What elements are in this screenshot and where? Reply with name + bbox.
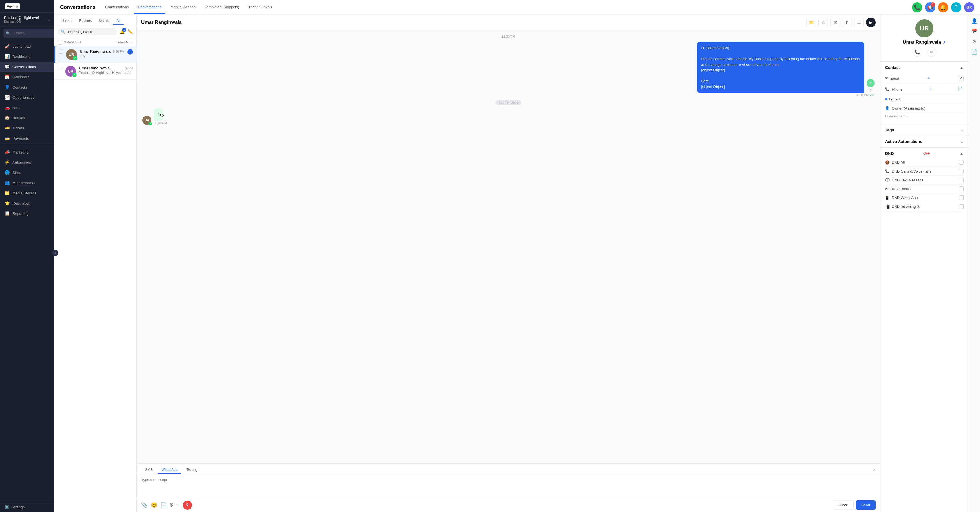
star-button[interactable]: ☆ xyxy=(818,18,828,27)
phone-icon: 📞 xyxy=(885,87,889,91)
dnd-email-checkbox[interactable] xyxy=(959,187,964,191)
add-email-button[interactable]: + xyxy=(927,75,931,81)
input-tab-whatsapp[interactable]: WhatsApp xyxy=(158,466,181,474)
dnd-all-checkbox[interactable] xyxy=(959,160,964,164)
sidebar-item-label: Launchpad xyxy=(13,44,30,48)
tab-trigger-links[interactable]: Trigger Links ▾ xyxy=(245,1,277,14)
sidebar-item-cars[interactable]: 🚗 cars xyxy=(0,102,54,113)
conv-checkbox[interactable] xyxy=(58,66,62,70)
user-avatar-button[interactable]: UR xyxy=(964,2,974,13)
document-icon[interactable]: 📄 xyxy=(971,49,977,55)
filter-tab-starred[interactable]: Starred xyxy=(95,17,113,25)
archive-button[interactable]: 📁 xyxy=(807,18,816,27)
sidebar-item-sites[interactable]: 🌐 Sites xyxy=(0,167,54,178)
chat-header-actions: 📁 ☆ ✉ 🗑 ☰ ▶ xyxy=(807,18,876,27)
avatar: UR ✓ xyxy=(66,49,77,60)
dnd-toggle-icon[interactable]: ▲ xyxy=(959,151,964,156)
filter-tab-unread[interactable]: Unread xyxy=(58,17,76,25)
dnd-all-label: 🔕 DND All xyxy=(885,160,905,164)
tab-manual-actions[interactable]: Manual Actions xyxy=(167,1,199,14)
contact-avatar-large: UR xyxy=(915,19,934,37)
tab-conversations[interactable]: Conversations xyxy=(101,1,133,14)
sidebar-item-launchpad[interactable]: 🚀 Launchpad xyxy=(0,41,54,51)
sidebar-search-input[interactable] xyxy=(12,30,54,37)
sidebar-item-reporting[interactable]: 📋 Reporting xyxy=(0,208,54,219)
conv-notification-button[interactable]: 🔔 1 xyxy=(119,29,125,34)
automations-section-header[interactable]: Active Automations ⌄ xyxy=(880,136,968,147)
contact-panel-icon[interactable]: 👤 xyxy=(971,18,977,24)
filter-tab-all[interactable]: All xyxy=(113,17,124,25)
message-input[interactable] xyxy=(137,474,880,497)
email-checkbox[interactable]: ✓ xyxy=(958,76,964,81)
email-contact-button[interactable]: ✉ xyxy=(927,47,936,57)
phone-button[interactable]: 📞 xyxy=(912,2,922,13)
dnd-text-checkbox[interactable] xyxy=(959,178,964,182)
conv-search-input[interactable] xyxy=(67,30,114,34)
sidebar-item-contacts[interactable]: 👤 Contacts xyxy=(0,82,54,92)
emoji-button[interactable]: 😊 xyxy=(151,502,157,508)
right-panel-wrapper: UR Umar Ranginwala ↗ 📞 ✉ Contact ▲ xyxy=(880,15,980,512)
dnd-incoming-checkbox[interactable] xyxy=(959,204,964,209)
delete-button[interactable]: 🗑 xyxy=(842,18,852,27)
megaphone-button[interactable]: 📢 1 xyxy=(925,2,935,13)
sidebar-item-opportunities[interactable]: 📈 Opportunities xyxy=(0,92,54,102)
grid-icon[interactable]: ⚙ xyxy=(972,38,977,45)
input-tab-sms[interactable]: SMS xyxy=(141,466,156,474)
sidebar-item-conversations[interactable]: 💬 Conversations xyxy=(0,62,54,72)
microphone-button[interactable]: 🎙 xyxy=(183,501,192,510)
email-button[interactable]: ✉ xyxy=(830,18,840,27)
payment-button[interactable]: $ xyxy=(170,502,173,508)
tags-section-header[interactable]: Tags ⌄ xyxy=(880,124,968,136)
whatsapp-icon: ✓ xyxy=(149,122,152,126)
conv-filter-tabs: Unread Recents Starred All xyxy=(54,15,137,25)
list-item[interactable]: UR ✓ Umar Ranginwala 9:36 PM hey 1 xyxy=(54,46,137,63)
calendar-icon[interactable]: 📅 xyxy=(971,29,977,35)
notification-button[interactable]: 🔔 xyxy=(938,2,948,13)
chevron-down-icon: ⌄ xyxy=(906,114,909,118)
list-item[interactable]: UR ✓ Umar Ranginwala Jul 26 Product @ Hi… xyxy=(54,63,137,80)
filter-tab-recents[interactable]: Recents xyxy=(76,17,95,25)
tab-templates[interactable]: Templates (Snippets) xyxy=(200,1,243,14)
sidebar-item-reputation[interactable]: ⭐ Reputation xyxy=(0,198,54,208)
call-contact-button[interactable]: 📞 xyxy=(913,47,922,57)
sidebar-settings[interactable]: ⚙️ Settings xyxy=(0,502,54,512)
sidebar-item-marketing[interactable]: 📣 Marketing xyxy=(0,147,54,157)
attachment-button[interactable]: 📎 xyxy=(141,502,148,508)
add-phone-button[interactable]: + xyxy=(929,86,932,92)
select-all-checkbox[interactable] xyxy=(58,40,62,45)
filter-button[interactable]: ☰ xyxy=(854,18,864,27)
template-button[interactable]: 📄 xyxy=(161,502,167,508)
conv-preview: Product @ HighLevel Hi your order xyxy=(79,71,133,75)
dnd-whatsapp-checkbox[interactable] xyxy=(959,195,964,200)
account-switcher[interactable]: Product @ HighLevel Eugene, OR ⌄ xyxy=(0,13,54,26)
expand-panel-button[interactable]: ▶ xyxy=(866,18,876,27)
sidebar-item-automation[interactable]: ⚡ Automation xyxy=(0,157,54,167)
send-button[interactable]: Send xyxy=(856,500,876,510)
sidebar-item-media-storage[interactable]: 🗂️ Media Storage xyxy=(0,188,54,198)
sidebar-item-tickets[interactable]: 🎫 Tickets xyxy=(0,123,54,133)
dnd-whatsapp-icon: 📱 xyxy=(885,196,889,200)
dnd-calls-checkbox[interactable] xyxy=(959,169,964,174)
conv-checkbox[interactable] xyxy=(59,49,63,54)
add-button[interactable]: + xyxy=(177,502,180,508)
sidebar-item-houses[interactable]: 🏠 Houses xyxy=(0,113,54,123)
owner-select[interactable]: Unassigned ⌄ xyxy=(885,113,964,121)
tab-conversations-active[interactable]: Conversations xyxy=(134,1,165,14)
memberships-icon: 👥 xyxy=(5,180,10,185)
expand-icon[interactable]: ⤢ xyxy=(872,468,876,472)
compose-button[interactable]: ✏️ xyxy=(127,29,133,34)
sidebar-item-memberships[interactable]: 👥 Memberships xyxy=(0,178,54,188)
sidebar-item-calendars[interactable]: 📅 Calendars xyxy=(0,72,54,82)
contact-name-link[interactable]: Umar Ranginwala ↗ xyxy=(903,40,946,45)
contact-section-header[interactable]: Contact ▲ xyxy=(880,62,968,73)
sidebar-item-dashboard[interactable]: 📊 Dashboard xyxy=(0,51,54,62)
sort-button[interactable]: Latest-All ⌄ xyxy=(116,41,133,44)
search-icon: 🔍 xyxy=(61,30,65,34)
contact-section-body: ✉ Email + ✓ 📞 Phone + 📄 xyxy=(880,73,968,124)
contact-name: Umar Ranginwala xyxy=(903,40,941,45)
sidebar-item-payments[interactable]: 💳 Payments xyxy=(0,133,54,144)
input-tab-texting[interactable]: Texting xyxy=(182,466,201,474)
tags-section-title: Tags xyxy=(885,128,894,132)
help-button[interactable]: ? xyxy=(951,2,961,13)
clear-button[interactable]: Clear xyxy=(833,500,854,510)
